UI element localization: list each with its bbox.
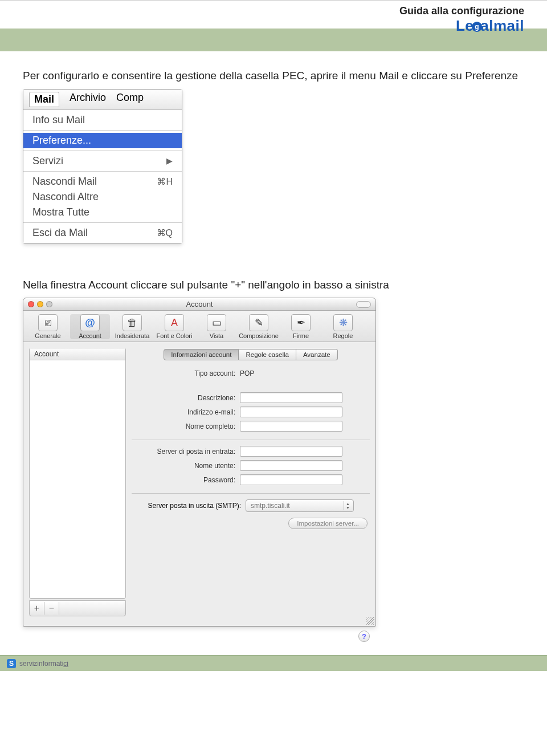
input-email[interactable] xyxy=(240,407,342,417)
input-password[interactable] xyxy=(240,474,342,485)
account-list[interactable]: Account + − xyxy=(29,348,126,599)
prefs-toolbar: ⎚Generale @Account 🗑Indesiderata AFont e… xyxy=(23,311,375,342)
input-nome[interactable] xyxy=(240,421,342,432)
detail-tabs: Informazioni account Regole casella Avan… xyxy=(132,349,370,360)
help-icon: ? xyxy=(362,632,366,641)
menu-label: Nascondi Altre xyxy=(32,191,99,203)
row-descrizione: Descrizione: xyxy=(132,392,370,403)
menu-label: Servizi xyxy=(32,155,63,167)
menu-item-nascondi-altre[interactable]: Nascondi Altre xyxy=(23,189,182,205)
smtp-value: smtp.tiscali.it xyxy=(251,502,290,510)
tb-label: Indesiderata xyxy=(115,332,150,339)
label-server-in: Server di posta in entrata: xyxy=(132,448,240,456)
tb-label: Font e Colori xyxy=(157,332,193,339)
input-descrizione[interactable] xyxy=(240,392,342,403)
minus-icon: − xyxy=(49,603,54,613)
page-header: Guida alla configurazione Legalmail xyxy=(0,0,547,51)
menu-bar-item[interactable]: Comp xyxy=(116,92,144,107)
second-paragraph: Nella finestra Account cliccare sul puls… xyxy=(23,278,524,292)
menu-body: Info su Mail Preferenze... Servizi▶ Nasc… xyxy=(23,110,182,243)
label-password: Password: xyxy=(132,476,240,484)
content-area: Per configurarlo e consentire la gestion… xyxy=(0,51,547,632)
account-details-pane: Informazioni account Regole casella Avan… xyxy=(132,348,370,599)
divider xyxy=(132,493,370,494)
footer-text-u: ci xyxy=(63,660,68,668)
tab-informazioni[interactable]: Informazioni account xyxy=(164,349,239,360)
label-tipo: Tipo account: xyxy=(132,369,240,377)
logo-pre: Le xyxy=(456,17,473,34)
tab-regole-casella[interactable]: Regole casella xyxy=(239,349,296,360)
resize-grip-icon[interactable] xyxy=(366,617,374,625)
menu-separator xyxy=(23,222,182,223)
junk-icon: 🗑 xyxy=(123,314,142,331)
tb-label: Vista xyxy=(210,332,223,339)
toolbar-indesiderata[interactable]: 🗑Indesiderata xyxy=(112,314,152,339)
header-titles: Guida alla configurazione Legalmail xyxy=(399,5,524,35)
toolbar-generale[interactable]: ⎚Generale xyxy=(28,314,68,339)
combo-stepper-icon: ▲▼ xyxy=(344,501,352,510)
menu-label: Info su Mail xyxy=(32,114,85,126)
menu-separator xyxy=(23,151,182,151)
row-nome: Nome completo: xyxy=(132,421,370,432)
page-footer: S servizinformatici xyxy=(0,655,547,671)
tab-avanzate[interactable]: Avanzate xyxy=(296,349,338,360)
row-password: Password: xyxy=(132,474,370,485)
mac-menu-screenshot: Mail Archivio Comp Info su Mail Preferen… xyxy=(23,89,182,243)
account-window: Account ⎚Generale @Account 🗑Indesiderata… xyxy=(23,298,376,627)
toolbar-font[interactable]: AFont e Colori xyxy=(154,314,194,339)
menu-item-preferenze[interactable]: Preferenze... xyxy=(23,133,182,148)
font-icon: A xyxy=(165,314,184,331)
shortcut: ⌘H xyxy=(157,176,173,187)
add-account-button[interactable]: + xyxy=(30,602,44,615)
menu-bar-mail[interactable]: Mail xyxy=(29,92,59,107)
remove-account-button[interactable]: − xyxy=(44,602,59,615)
menu-label: Nascondi Mail xyxy=(32,176,97,188)
menu-item-mostra-tutte[interactable]: Mostra Tutte xyxy=(23,205,182,220)
tb-label: Generale xyxy=(35,332,60,339)
toolbar-vista[interactable]: ▭Vista xyxy=(197,314,236,339)
footer-text: servizinformatici xyxy=(19,660,68,668)
menu-separator xyxy=(23,130,182,131)
server-settings-button[interactable]: Impostazioni server... xyxy=(288,518,368,529)
menu-item-info[interactable]: Info su Mail xyxy=(23,112,182,128)
at-icon: @ xyxy=(80,314,100,331)
window-body: Account + − Informazioni account Regole … xyxy=(23,342,375,604)
signature-icon: ✒ xyxy=(291,314,311,331)
view-icon: ▭ xyxy=(207,314,226,331)
menu-bar-item[interactable]: Archivio xyxy=(70,92,106,107)
tb-label: Composizione xyxy=(239,332,279,339)
shortcut: ⌘Q xyxy=(157,227,173,238)
window-title: Account xyxy=(23,300,375,308)
menu-item-nascondi-mail[interactable]: Nascondi Mail⌘H xyxy=(23,174,182,189)
help-button[interactable]: ? xyxy=(358,631,370,642)
input-server-in[interactable] xyxy=(240,446,342,457)
row-utente: Nome utente: xyxy=(132,460,370,471)
compose-icon: ✎ xyxy=(249,314,268,331)
row-smtp: Server posta in uscita (SMTP): smtp.tisc… xyxy=(132,499,370,512)
logo-post: almail xyxy=(480,17,524,34)
window-titlebar: Account xyxy=(23,298,375,311)
guide-title: Guida alla configurazione xyxy=(399,5,524,17)
account-list-header: Account xyxy=(30,348,125,360)
divider xyxy=(132,440,370,440)
submenu-arrow-icon: ▶ xyxy=(166,156,173,165)
toolbar-firme[interactable]: ✒Firme xyxy=(281,314,321,339)
toolbar-regole[interactable]: ❋Regole xyxy=(323,314,363,339)
label-nome: Nome completo: xyxy=(132,422,240,430)
row-server-in: Server di posta in entrata: xyxy=(132,446,370,457)
slider-icon: ⎚ xyxy=(38,314,58,331)
smtp-combo[interactable]: smtp.tiscali.it ▲▼ xyxy=(246,499,354,512)
input-utente[interactable] xyxy=(240,460,342,471)
label-utente: Nome utente: xyxy=(132,462,240,470)
row-tipo: Tipo account: POP xyxy=(132,369,370,377)
menu-label: Esci da Mail xyxy=(32,227,88,239)
menu-item-esci[interactable]: Esci da Mail⌘Q xyxy=(23,225,182,241)
tb-label: Regole xyxy=(333,332,353,339)
toolbar-account[interactable]: @Account xyxy=(70,314,110,339)
value-tipo: POP xyxy=(240,369,254,377)
menu-item-servizi[interactable]: Servizi▶ xyxy=(23,153,182,169)
rules-icon: ❋ xyxy=(333,314,353,331)
label-email: Indirizzo e-mail: xyxy=(132,408,240,416)
toolbar-composizione[interactable]: ✎Composizione xyxy=(239,314,279,339)
menu-separator xyxy=(23,171,182,172)
